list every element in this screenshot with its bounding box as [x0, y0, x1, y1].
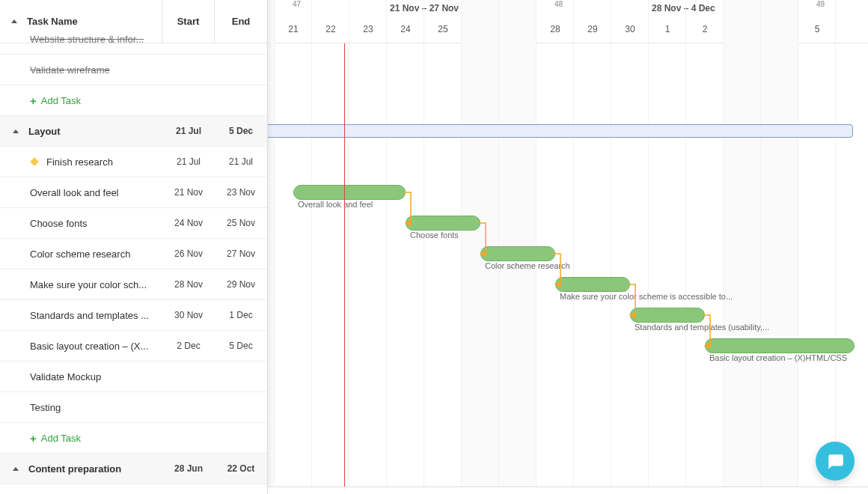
- task-name-cell[interactable]: Website structure & infor...: [0, 34, 162, 45]
- timeline-panel[interactable]: 4721 Nov – 27 Nov4828 Nov – 4 Dec49 2021…: [268, 0, 868, 494]
- grid-column: [686, 43, 724, 494]
- task-start-cell: 30 Nov: [162, 310, 215, 320]
- task-name-label: Basic layout creation – (X...: [30, 341, 148, 352]
- task-name-cell[interactable]: Content preparation: [0, 462, 162, 475]
- task-bar[interactable]: [406, 216, 480, 231]
- task-end-cell: 25 Nov: [215, 218, 267, 228]
- task-end-cell: 5 Dec: [215, 126, 267, 136]
- task-bar-label: Make sure your color scheme is accessibl…: [560, 292, 733, 301]
- chat-icon: [825, 451, 845, 471]
- task-name-cell[interactable]: Validate Mockup: [0, 371, 162, 382]
- task-name-label: Validate Mockup: [30, 371, 101, 382]
- task-start-cell: 21 Nov: [162, 187, 215, 198]
- task-row[interactable]: Testing: [0, 392, 267, 423]
- task-end-cell: 1 Dec: [215, 310, 267, 320]
- add-task-label: Add Task: [41, 95, 81, 106]
- task-name-cell[interactable]: Standards and templates ...: [0, 310, 162, 321]
- grid-column: [798, 43, 836, 494]
- grid-column: [349, 43, 387, 494]
- task-start-cell: 28 Jun: [162, 463, 215, 474]
- task-end-cell: 21 Jul: [215, 156, 267, 167]
- collapse-icon[interactable]: [9, 462, 22, 475]
- grid-column: [649, 43, 686, 494]
- add-task-row[interactable]: +Add Task: [0, 85, 267, 116]
- chat-button[interactable]: [816, 442, 855, 481]
- milestone-icon: [30, 157, 38, 165]
- add-task-row[interactable]: +Add Task: [0, 423, 267, 454]
- grid-column: [424, 43, 462, 494]
- grid-column: [574, 43, 611, 494]
- collapse-icon[interactable]: [9, 124, 22, 138]
- task-name-cell[interactable]: Layout: [0, 124, 162, 138]
- task-start-cell: 21 Jul: [162, 126, 215, 136]
- task-row[interactable]: Website structure & infor...: [0, 24, 267, 55]
- task-name-label: Content preparation: [28, 463, 121, 475]
- grid-column: [387, 43, 424, 494]
- task-start-cell: 21 Jul: [162, 156, 215, 167]
- task-name-label: Validate wireframe: [30, 64, 110, 76]
- task-end-cell: 29 Nov: [215, 279, 267, 290]
- task-name-label: Color scheme research: [30, 248, 130, 260]
- task-row[interactable]: Validate Mockup: [0, 362, 267, 392]
- task-bar-label: Choose fonts: [410, 231, 459, 240]
- task-row[interactable]: Color scheme research26 Nov27 Nov: [0, 239, 267, 269]
- task-row[interactable]: Choose fonts24 Nov25 Nov: [0, 208, 267, 239]
- task-start-cell: 26 Nov: [162, 248, 215, 259]
- today-line: [344, 43, 345, 494]
- grid-column: [611, 43, 649, 494]
- grid-column: [268, 43, 275, 494]
- plus-icon: +: [30, 94, 37, 107]
- task-name-label: Layout: [28, 126, 61, 137]
- grid-column: [724, 43, 761, 494]
- task-name-label: Finish research: [46, 156, 113, 168]
- task-end-cell: 23 Nov: [215, 187, 267, 198]
- task-list-panel: Task Name Start End Website structure & …: [0, 0, 268, 494]
- task-name-label: Testing: [30, 402, 61, 413]
- task-start-cell: 24 Nov: [162, 218, 215, 228]
- task-name-label: Standards and templates ...: [30, 310, 149, 321]
- task-bar[interactable]: [705, 338, 855, 353]
- timeline-body[interactable]: Overall look and feelChoose fontsColor s…: [268, 43, 868, 494]
- task-rows: Website structure & infor...Validate wir…: [0, 24, 267, 494]
- task-name-label: Website structure & infor...: [30, 34, 144, 45]
- task-end-cell: 27 Nov: [215, 248, 267, 259]
- task-row[interactable]: Overall look and feel21 Nov23 Nov: [0, 177, 267, 208]
- task-bar-label: Color scheme research: [485, 261, 570, 270]
- group-bar[interactable]: [268, 124, 853, 138]
- task-name-label: Choose fonts: [30, 218, 88, 229]
- task-name-cell[interactable]: Overall look and feel: [0, 187, 162, 198]
- task-bar[interactable]: [630, 308, 705, 323]
- task-name-cell[interactable]: Color scheme research: [0, 248, 162, 260]
- task-name-label: Make sure your color sch...: [30, 279, 147, 290]
- task-row[interactable]: Validate wireframe: [0, 55, 267, 85]
- task-start-cell: 2 Dec: [162, 341, 215, 351]
- task-row[interactable]: Basic layout creation – (X...2 Dec5 Dec: [0, 331, 267, 362]
- task-bar[interactable]: [293, 185, 406, 200]
- task-row[interactable]: Make sure your color sch...28 Nov29 Nov: [0, 269, 267, 300]
- task-name-cell[interactable]: Finish research: [0, 156, 162, 168]
- group-row[interactable]: Content preparation28 Jun22 Oct: [0, 454, 267, 484]
- task-name-cell[interactable]: Testing: [0, 402, 162, 413]
- task-row[interactable]: Standards and templates ...30 Nov1 Dec: [0, 300, 267, 331]
- task-name-cell[interactable]: Make sure your color sch...: [0, 279, 162, 290]
- grid-column: [761, 43, 798, 494]
- task-end-cell: 5 Dec: [215, 341, 267, 351]
- task-bar-label: Standards and templates (usability,...: [635, 323, 769, 332]
- task-name-cell[interactable]: Basic layout creation – (X...: [0, 341, 162, 352]
- group-row[interactable]: Layout21 Jul5 Dec: [0, 116, 267, 147]
- task-name-cell[interactable]: Choose fonts: [0, 218, 162, 229]
- task-bar[interactable]: [480, 246, 555, 261]
- task-bar-label: Basic layout creation – (X)HTML/CSS: [709, 353, 847, 362]
- add-task-label: Add Task: [41, 433, 81, 444]
- grid-column: [275, 43, 312, 494]
- timeline-header: 4721 Nov – 27 Nov4828 Nov – 4 Dec49 2021…: [268, 0, 868, 43]
- task-bar[interactable]: [555, 277, 630, 292]
- task-row[interactable]: Finish research21 Jul21 Jul: [0, 147, 267, 177]
- task-start-cell: 28 Nov: [162, 279, 215, 290]
- task-bar-label: Overall look and feel: [298, 200, 373, 209]
- scrollbar-area[interactable]: [268, 487, 868, 494]
- task-end-cell: 22 Oct: [215, 463, 267, 474]
- plus-icon: +: [30, 432, 37, 445]
- task-name-cell[interactable]: Validate wireframe: [0, 64, 162, 76]
- task-name-label: Overall look and feel: [30, 187, 119, 198]
